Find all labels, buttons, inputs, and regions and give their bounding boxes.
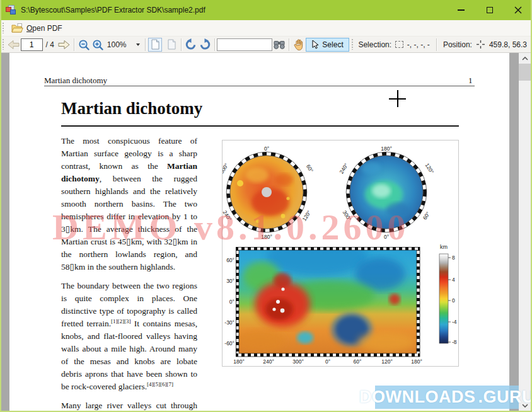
separator: [436, 38, 437, 51]
svg-text:180°: 180°: [381, 146, 392, 152]
svg-text:-4: -4: [452, 319, 457, 325]
maximize-icon: [487, 7, 493, 13]
maximize-button[interactable]: [475, 0, 504, 20]
open-pdf-button[interactable]: Open PDF: [7, 22, 67, 34]
scrollbar-thumb[interactable]: [519, 64, 531, 81]
open-pdf-label: pen PDF: [32, 24, 62, 33]
svg-text:180°: 180°: [233, 358, 245, 365]
svg-text:120°: 120°: [381, 358, 393, 365]
fit-width-button[interactable]: [165, 38, 178, 52]
separator: [352, 39, 354, 50]
arrow-right-icon: [58, 40, 70, 50]
svg-text:0: 0: [452, 297, 455, 304]
svg-text:4: 4: [452, 277, 455, 283]
close-icon: [514, 6, 522, 14]
svg-text:0°: 0°: [264, 146, 269, 152]
next-page-button[interactable]: [57, 38, 71, 52]
position-group: Position: 459.8, 56.3: [434, 38, 528, 51]
running-header: Martian dichotomy: [44, 76, 107, 86]
downloads-text: DOWNLOADS: [359, 387, 475, 407]
separator: [74, 38, 74, 51]
body-text-column: The most conspicuous feature of Martian …: [61, 135, 197, 412]
svg-text:60°: 60°: [305, 163, 315, 173]
svg-text:-30°: -30°: [224, 319, 234, 326]
svg-text:-8: -8: [452, 339, 457, 345]
hand-icon: [294, 39, 304, 50]
doc-paragraph: The most conspicuous feature of Martian …: [61, 135, 197, 273]
open-pdf-accel: O: [26, 24, 32, 33]
zoom-in-button[interactable]: [91, 38, 105, 52]
svg-text:60°: 60°: [422, 210, 431, 220]
separator: [181, 38, 182, 51]
zoom-out-button[interactable]: [77, 38, 91, 52]
svg-text:0°: 0°: [229, 299, 234, 305]
page-count-label: / 4: [46, 40, 54, 49]
doc-paragraph: The boundary between the two regions is …: [61, 280, 197, 393]
find-button[interactable]: [272, 38, 286, 52]
app-icon: [6, 5, 16, 15]
svg-text:300°: 300°: [292, 358, 304, 365]
running-page-number: 1: [468, 76, 473, 86]
svg-text:8: 8: [452, 255, 455, 261]
svg-text:60°: 60°: [354, 358, 362, 365]
pdf-page[interactable]: Martian dichotomy 1 Martian dichotomy Th…: [9, 53, 509, 412]
separator: [289, 38, 289, 51]
pan-tool-button[interactable]: [292, 38, 306, 52]
toolbar-grip[interactable]: [2, 23, 4, 33]
select-tool-button[interactable]: Select: [306, 38, 349, 52]
select-tool-label: Select: [322, 40, 343, 49]
crosshair-cursor: [389, 90, 406, 107]
previous-page-button[interactable]: [7, 38, 21, 52]
svg-text:km: km: [440, 244, 448, 250]
elevation-colorbar: km 8 4 0 -4 -8: [439, 244, 457, 345]
mars-maps-image: 0° 60° 120° 180° 240° 300°: [223, 140, 458, 366]
svg-text:180°: 180°: [411, 358, 422, 365]
svg-text:120°: 120°: [424, 162, 436, 175]
page-title: Martian dichotomy: [61, 99, 202, 118]
selection-rect-icon: [395, 41, 403, 48]
toolbar-grip-2[interactable]: [2, 39, 4, 50]
zoom-in-icon: [92, 39, 103, 50]
rotate-left-icon: [185, 38, 197, 50]
search-input[interactable]: [217, 38, 272, 51]
page-number-input[interactable]: [21, 38, 43, 51]
rotate-right-button[interactable]: [198, 38, 212, 52]
guru-text: .GURU: [478, 387, 532, 407]
title-bar: S:\Bytescout\Samples\PDF Extractor SDK\s…: [0, 0, 532, 20]
south-hemisphere-globe: 0° 60° 120° 180° 240° 300°: [223, 146, 315, 240]
chevron-down-icon: [136, 43, 140, 46]
window-title: S:\Bytescout\Samples\PDF Extractor SDK\s…: [21, 6, 205, 14]
svg-text:60°: 60°: [226, 257, 234, 263]
scroll-up-button[interactable]: [519, 53, 531, 64]
svg-text:30°: 30°: [226, 278, 234, 284]
header-rule: [44, 86, 475, 86]
fit-page-button[interactable]: [148, 38, 162, 52]
page-icon: [150, 39, 160, 50]
zoom-level-select[interactable]: 100%: [105, 38, 142, 52]
selection-label: Selection:: [358, 40, 391, 49]
rotate-left-button[interactable]: [184, 38, 198, 52]
topography-map: 60° 30° 0° -30° -60° 180° 240° 300° 0° 6…: [224, 238, 422, 365]
mars-figure: 0° 60° 120° 180° 240° 300°: [222, 140, 459, 367]
tool-bar: / 4 100%: [0, 37, 532, 53]
binoculars-icon: [273, 40, 286, 49]
svg-text:0°: 0°: [384, 234, 389, 240]
svg-text:240°: 240°: [338, 162, 350, 175]
close-button[interactable]: [504, 0, 532, 20]
svg-text:240°: 240°: [263, 358, 274, 365]
chevron-up-icon: [522, 57, 528, 60]
cursor-arrow-icon: [311, 40, 319, 49]
svg-text:120°: 120°: [301, 209, 313, 222]
svg-text:180°: 180°: [261, 234, 272, 240]
app-window: S:\Bytescout\Samples\PDF Extractor SDK\s…: [0, 0, 532, 412]
open-folder-icon: [11, 23, 23, 33]
vertical-scrollbar[interactable]: [519, 53, 531, 412]
crosshair-icon: [476, 40, 485, 49]
document-viewport: Martian dichotomy 1 Martian dichotomy Th…: [0, 53, 532, 412]
svg-text:300°: 300°: [223, 162, 229, 175]
position-label: Position:: [443, 40, 472, 49]
zoom-out-icon: [78, 39, 90, 50]
position-value: 459.8, 56.3: [489, 40, 527, 49]
selection-value: -, -, -, -: [407, 40, 430, 49]
minimize-button[interactable]: [447, 0, 475, 20]
